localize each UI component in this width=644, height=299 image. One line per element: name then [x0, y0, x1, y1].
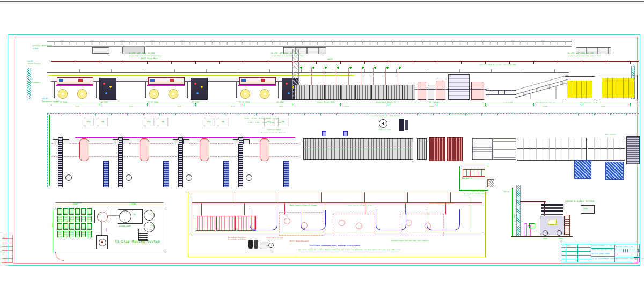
annotation: ZJ-V5 2500: [239, 101, 250, 104]
annotation: 07: [3, 258, 5, 259]
annotation: Steam Pipe By Customer to Boiler Room: [370, 115, 400, 116]
annotation: 6500: [131, 203, 136, 205]
annotation: Main Supply Pipe of Steam: [290, 204, 317, 206]
annotation: PUMP: [105, 228, 107, 231]
annotation: Double Facer 2500: [317, 101, 335, 104]
drawing-sheet: KSA RB KSA RB KSA RB: [0, 0, 644, 299]
annotation: Drain Valve in Seat: [267, 237, 283, 238]
annotation: NC-25B WBF-2500 NC-25B: [568, 52, 594, 54]
annotation: Down Palletizer (down) set: [580, 101, 601, 103]
annotation: 05: [3, 251, 5, 253]
annotation: Roll Buffer: [514, 220, 523, 222]
annotation: 3080: [429, 106, 434, 108]
annotation: 8000: [51, 223, 53, 227]
annotation: Belt Conveyor: [605, 133, 616, 135]
annotation: Ø2500 L4000: [119, 225, 131, 227]
annotation: 03: [3, 244, 5, 245]
annotation: ZJ-V5 2500: [56, 101, 67, 104]
annotation: Minimum Surface Level: [228, 236, 246, 238]
annotation: GL2: [151, 224, 154, 227]
annotation: 01: [3, 236, 5, 238]
annotation: MIX: [98, 214, 101, 216]
annotation: a set pcs=8: [503, 101, 513, 103]
annotation: Boiler Input Equipment: [290, 240, 309, 242]
annotation: 2500: [543, 238, 547, 240]
annotation-layer: Conveyor Beam High+5350+4150Steam Supply…: [0, 0, 644, 299]
annotation: ZJ-V5 2500: [148, 101, 158, 104]
annotation: +3 Glue Pipe +2 Steam Pipe +3 Water Pipe: [129, 55, 162, 56]
annotation: +4150: [27, 60, 33, 62]
annotation: STR: [133, 214, 136, 216]
annotation: SF-320S: [192, 101, 199, 104]
annotation: NC-25B WBF-2500 NC-25B: [271, 52, 297, 54]
annotation: 5120: [231, 106, 235, 108]
annotation: 4500: [513, 214, 515, 218]
annotation: By Carton to Customer Electric: [464, 193, 488, 194]
annotation: +1450: [27, 78, 33, 81]
annotation: Control Panel: [267, 129, 281, 131]
annotation: Conveyor Beam High: [32, 45, 52, 47]
annotation: Condensate Auto Drain: [228, 239, 246, 240]
annotation: By Carton to Customer Electric: [449, 114, 473, 115]
annotation: +3 Glue Pipe +2 Steam Pipe +3 Water Pipe: [271, 55, 304, 56]
annotation: DN125 Steam Main: [141, 57, 158, 60]
annotation: SF-320S: [100, 101, 108, 104]
annotation: 21000: [48, 148, 50, 153]
annotation: Steam Consumption 3800kg/h Max: [429, 202, 454, 204]
annotation: 2850: [279, 106, 283, 108]
annotation: GL1: [151, 213, 154, 215]
annotation: 7665: [177, 106, 181, 108]
annotation: Condensate Tank: [378, 129, 391, 130]
annotation: 380V IN: [503, 191, 509, 192]
annotation: +5350: [32, 47, 38, 50]
annotation: 5120: [129, 106, 133, 108]
annotation: 12500: [542, 106, 547, 108]
annotation: Steam Supply: [28, 63, 41, 65]
annotation: Control Room: [471, 190, 484, 192]
annotation: Pipe Support: [28, 81, 41, 83]
annotation: NC Cutoff: [429, 101, 439, 104]
annotation: Steam Heat Plate 22: [376, 101, 396, 104]
annotation: Condensate Water Main Pipe Lower Level Q…: [391, 239, 429, 241]
annotation: +3 Glue Pipe +2 Steam Pipe +3 Water Pipe: [568, 55, 601, 56]
annotation: 8230: [483, 106, 487, 108]
annotation: SF-320S: [276, 101, 284, 104]
annotation: GD-120 GD-120 GD-120 GD-120 GD-120: [244, 117, 279, 119]
annotation: Down Palletizer (up) set: [536, 101, 555, 103]
annotation: By Carton to Customer Electric: [261, 132, 286, 133]
annotation: 2.2KW 2.2KW 2.2KW 2.2KW 2.2KW: [248, 121, 281, 123]
annotation: ±0.00: [42, 97, 48, 100]
annotation: DN125: [327, 58, 333, 60]
annotation: 12000: [72, 203, 78, 205]
annotation: 1400: [559, 238, 563, 240]
annotation: 6500: [601, 106, 605, 108]
annotation: 22860: [343, 106, 349, 108]
annotation: 7665: [75, 106, 79, 108]
annotation: NC-25B WBF-2500 NC-25B: [129, 52, 155, 54]
annotation: Steam Main DN125 By Customer Water Pipe …: [479, 64, 516, 65]
annotation: Steam Consumption 3800kg/h Max: [348, 205, 372, 206]
